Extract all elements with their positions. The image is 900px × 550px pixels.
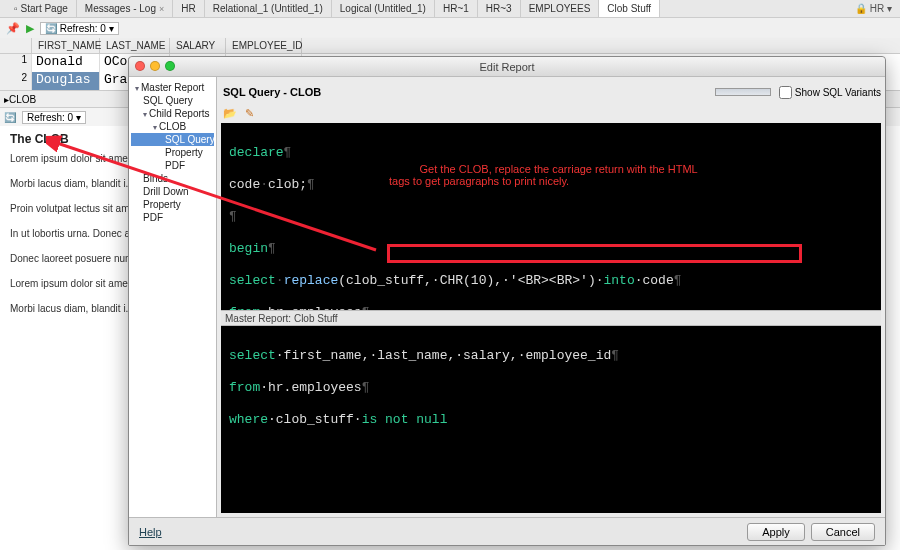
tree-item[interactable]: PDF <box>131 159 214 172</box>
sql-editor[interactable]: declare¶ code·clob;¶ ¶ begin¶ select·rep… <box>221 123 881 310</box>
tab-hr[interactable]: HR <box>173 0 204 17</box>
tab-start-page[interactable]: ▫Start Page <box>6 0 77 17</box>
window-minimize-icon[interactable] <box>150 61 160 71</box>
refresh-interval-combo[interactable]: 🔄 Refresh: 0 ▾ <box>40 22 119 35</box>
document-tabstrip: ▫Start Page Messages - Log× HR Relationa… <box>0 0 900 18</box>
column-header[interactable]: LAST_NAME <box>100 38 170 53</box>
tree-item[interactable]: Property <box>131 146 214 159</box>
tab-employees[interactable]: EMPLOYEES <box>521 0 600 17</box>
show-variants-checkbox[interactable]: Show SQL Variants <box>779 86 881 99</box>
edit-icon[interactable]: ✎ <box>245 107 254 120</box>
edit-report-dialog: Edit Report ▾Master Report SQL Query ▾Ch… <box>128 56 886 546</box>
tab-messages[interactable]: Messages - Log× <box>77 0 173 17</box>
connection-indicator[interactable]: 🔒 HR ▾ <box>847 3 900 14</box>
report-tree: ▾Master Report SQL Query ▾Child Reports … <box>129 77 217 517</box>
report-toolbar: 📌 ▶ 🔄 Refresh: 0 ▾ <box>0 18 900 38</box>
column-header[interactable]: SALARY <box>170 38 226 53</box>
dialog-titlebar[interactable]: Edit Report <box>129 57 885 77</box>
tree-item[interactable]: SQL Query <box>131 94 214 107</box>
tab-hr3[interactable]: HR~3 <box>478 0 521 17</box>
refresh-icon[interactable]: 🔄 <box>4 112 16 123</box>
column-header[interactable]: EMPLOYEE_ID <box>226 38 302 53</box>
window-zoom-icon[interactable] <box>165 61 175 71</box>
cancel-button[interactable]: Cancel <box>811 523 875 541</box>
tab-hr1[interactable]: HR~1 <box>435 0 478 17</box>
style-selector[interactable] <box>715 88 771 96</box>
tree-item[interactable]: Drill Down <box>131 185 214 198</box>
run-icon[interactable]: ▶ <box>26 22 34 35</box>
tab-logical[interactable]: Logical (Untitled_1) <box>332 0 435 17</box>
master-report-label: Master Report: Clob Stuff <box>221 310 881 326</box>
open-file-icon[interactable]: 📂 <box>223 107 237 120</box>
tree-item[interactable]: Property <box>131 198 214 211</box>
tree-item[interactable]: PDF <box>131 211 214 224</box>
column-header[interactable]: FIRST_NAME <box>32 38 100 53</box>
page-icon: ▫ <box>14 3 18 14</box>
tree-item[interactable]: ▾CLOB <box>131 120 214 133</box>
tree-item[interactable]: ▾Child Reports <box>131 107 214 120</box>
tree-item[interactable]: Binds <box>131 172 214 185</box>
pin-icon[interactable]: 📌 <box>6 22 20 35</box>
tab-clob-stuff[interactable]: Clob Stuff <box>599 0 660 17</box>
apply-button[interactable]: Apply <box>747 523 805 541</box>
close-icon[interactable]: × <box>159 4 164 14</box>
help-link[interactable]: Help <box>139 526 162 538</box>
panel-title: SQL Query - CLOB <box>221 86 321 98</box>
window-close-icon[interactable] <box>135 61 145 71</box>
refresh-interval-combo[interactable]: Refresh: 0 ▾ <box>22 111 86 124</box>
tree-item-selected[interactable]: SQL Query <box>131 133 214 146</box>
tab-relational[interactable]: Relational_1 (Untitled_1) <box>205 0 332 17</box>
tree-root[interactable]: ▾Master Report <box>131 81 214 94</box>
sql-editor-master[interactable]: select·first_name,·last_name,·salary,·em… <box>221 326 881 513</box>
dialog-title: Edit Report <box>479 61 534 73</box>
